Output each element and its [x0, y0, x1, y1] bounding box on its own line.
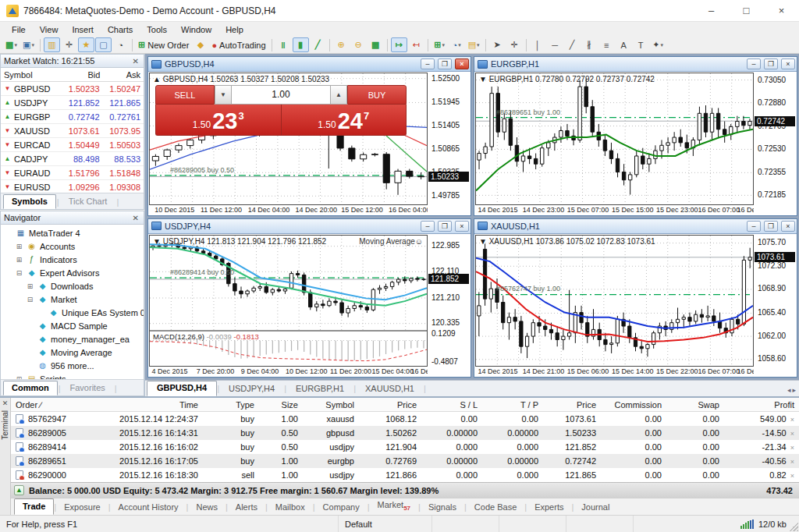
tab-scroll-right-icon[interactable]: ▸: [792, 386, 796, 394]
chart-tab-xauusd-h1[interactable]: XAUUSD,H1: [356, 382, 424, 396]
chart-restore-button[interactable]: ❐: [764, 221, 778, 232]
metaeditor-button[interactable]: ◆: [192, 37, 208, 52]
tab-scroll-left-icon[interactable]: ◂: [787, 386, 791, 394]
order-row[interactable]: 862894142015.12.16 16:16:02buy0.50usdjpy…: [11, 440, 799, 454]
chart-minimize-button[interactable]: –: [747, 221, 761, 232]
collapse-icon[interactable]: ⊟: [26, 296, 34, 303]
tab-symbols[interactable]: Symbols: [3, 194, 56, 209]
buy-button[interactable]: BUY: [347, 85, 407, 105]
price-scale[interactable]: 1075.701072.301068.901065.401062.001058.…: [754, 234, 797, 378]
column-symbol[interactable]: Symbol: [1, 68, 62, 81]
menu-view[interactable]: View: [33, 23, 66, 36]
new-chart-button[interactable]: ▦▾: [3, 37, 20, 52]
tab-tick-chart[interactable]: Tick Chart: [60, 194, 116, 209]
close-button[interactable]: ×: [764, 0, 799, 21]
orders-column-type[interactable]: Type: [203, 400, 259, 410]
vertical-line-tool-button[interactable]: │: [530, 37, 546, 52]
chart-window-titlebar[interactable]: XAUUSD,H1–❐×: [474, 219, 797, 233]
chart-minimize-button[interactable]: –: [421, 221, 435, 232]
trendline-tool-button[interactable]: ╱: [564, 37, 581, 52]
crosshair-tool-button[interactable]: ✛: [506, 37, 523, 52]
close-order-icon[interactable]: ×: [790, 472, 794, 480]
chart-window-titlebar[interactable]: GBPUSD,H4–❐×: [148, 57, 471, 71]
terminal-tab-mailbox[interactable]: Mailbox: [268, 500, 313, 515]
tile-windows-button[interactable]: ▦: [368, 37, 384, 52]
terminal-tab-exposure[interactable]: Exposure: [56, 500, 108, 515]
column-bid[interactable]: Bid: [62, 68, 104, 81]
menu-window[interactable]: Window: [174, 23, 218, 36]
expand-icon[interactable]: ⊞: [15, 243, 23, 250]
orders-column-price[interactable]: Price: [359, 400, 421, 410]
orders-column-time[interactable]: Time: [89, 400, 203, 410]
menu-insert[interactable]: Insert: [65, 23, 101, 36]
auto-scroll-button[interactable]: ↦: [391, 37, 407, 52]
chart-close-button[interactable]: ×: [455, 221, 469, 232]
channel-tool-button[interactable]: ∦: [581, 37, 598, 52]
navigator-item-expert-advisors[interactable]: ⊟◆Expert Advisors: [1, 266, 144, 279]
data-window-button[interactable]: ✛: [61, 37, 77, 52]
status-profile[interactable]: Default: [339, 516, 432, 532]
orders-column-sl[interactable]: S / L: [421, 400, 482, 410]
terminal-close-icon[interactable]: ✕: [2, 398, 9, 409]
orders-column-size[interactable]: Size: [259, 400, 303, 410]
orders-column-commission[interactable]: Commission: [601, 400, 666, 410]
cursor-tool-button[interactable]: ➤: [489, 37, 506, 52]
orders-column-price2[interactable]: Price: [543, 400, 601, 410]
panel-toggle-arrow-icon[interactable]: ▼: [153, 237, 163, 246]
menu-charts[interactable]: Charts: [101, 23, 140, 36]
panel-toggle-arrow-icon[interactable]: ▲: [153, 75, 163, 83]
maximize-button[interactable]: □: [729, 0, 764, 21]
zoom-out-button[interactable]: ⊖: [350, 37, 367, 52]
terminal-toggle[interactable]: ▢: [95, 37, 112, 52]
market-watch-row[interactable]: ▲USDJPY121.852121.865: [1, 96, 144, 110]
chart-window-titlebar[interactable]: USDJPY,H4–❐×: [148, 219, 471, 233]
navigator-item-moving-average[interactable]: ◆Moving Average: [1, 346, 144, 359]
fibonacci-tool-button[interactable]: ≡: [598, 37, 615, 52]
chart-tab-usdjpy-h4[interactable]: USDJPY,H4: [219, 382, 284, 396]
order-row[interactable]: 862896512015.12.16 16:17:05buy1.00eurgbp…: [11, 454, 799, 468]
strategy-tester-button[interactable]: ◔: [112, 37, 129, 52]
navigator-item-indicators[interactable]: ⊞ƒIndicators: [1, 253, 144, 266]
zoom-in-button[interactable]: ⊕: [333, 37, 350, 52]
horizontal-line-tool-button[interactable]: ─: [547, 37, 563, 52]
terminal-tab-code-base[interactable]: Code Base: [467, 500, 524, 515]
profiles-button[interactable]: ▣▾: [20, 37, 37, 52]
chart-close-button[interactable]: ×: [455, 59, 469, 69]
chart-tab-gbpusd-h4[interactable]: GBPUSD,H4: [147, 381, 217, 396]
menu-help[interactable]: Help: [218, 23, 250, 36]
market-watch-row[interactable]: ▼EURCAD1.504491.50503: [1, 138, 144, 152]
chart-shift-button[interactable]: ↤: [408, 37, 424, 52]
terminal-tab-account-history[interactable]: Account History: [111, 500, 186, 515]
text-tool-button[interactable]: A: [616, 37, 632, 52]
menu-file[interactable]: File: [5, 23, 33, 36]
market-watch-row[interactable]: ▲EURGBP0.727420.72761: [1, 110, 144, 124]
orders-column-order[interactable]: Order ∕: [11, 400, 89, 410]
navigator-toggle[interactable]: ★: [78, 37, 94, 52]
navigator-item-unique-eas-system-05[interactable]: ◆Unique EAs System 05: [1, 306, 144, 319]
navigator-item-downloads[interactable]: ⊞◆Downloads: [1, 279, 144, 293]
price-scale[interactable]: 122.985122.110121.210120.335121.8520.120…: [428, 234, 471, 378]
sell-price-display[interactable]: 1.50233: [155, 105, 281, 136]
navigator-item-macd-sample[interactable]: ◆MACD Sample: [1, 319, 144, 332]
indicator-delete-icon[interactable]: ☺: [415, 237, 423, 246]
volume-increase-button[interactable]: ▲: [330, 85, 347, 105]
terminal-tab-journal[interactable]: Journal: [574, 500, 617, 515]
order-row[interactable]: 862890052015.12.16 16:14:31buy0.50gbpusd…: [11, 426, 799, 440]
price-pane[interactable]: ▼ EURGBP,H1 0.72780 0.72792 0.72737 0.72…: [476, 73, 753, 204]
chart-close-button[interactable]: ×: [781, 59, 795, 69]
market-watch-toggle[interactable]: ▥: [44, 37, 60, 52]
navigator-item-scripts[interactable]: ⊞▤Scripts: [1, 372, 144, 379]
periods-button[interactable]: ◔▾: [449, 37, 465, 52]
candlestick-mode-button[interactable]: ▮: [293, 37, 309, 52]
terminal-tab-signals[interactable]: Signals: [421, 500, 464, 515]
order-row[interactable]: 857629472015.12.14 12:24:37buy1.00xauusd…: [11, 412, 799, 426]
close-order-icon[interactable]: ×: [790, 416, 794, 424]
collapse-icon[interactable]: ⊟: [15, 269, 23, 277]
navigator-item-market[interactable]: ⊟◆Market: [1, 293, 144, 306]
navigator-item-accounts[interactable]: ⊞◉Accounts: [1, 239, 144, 253]
expand-icon[interactable]: ⊞: [26, 282, 34, 290]
chart-close-button[interactable]: ×: [781, 221, 795, 232]
templates-button[interactable]: ▤▾: [466, 37, 482, 52]
volume-input[interactable]: 1.00: [232, 85, 330, 105]
market-watch-row[interactable]: ▼XAUUSD1073.611073.95: [1, 124, 144, 138]
